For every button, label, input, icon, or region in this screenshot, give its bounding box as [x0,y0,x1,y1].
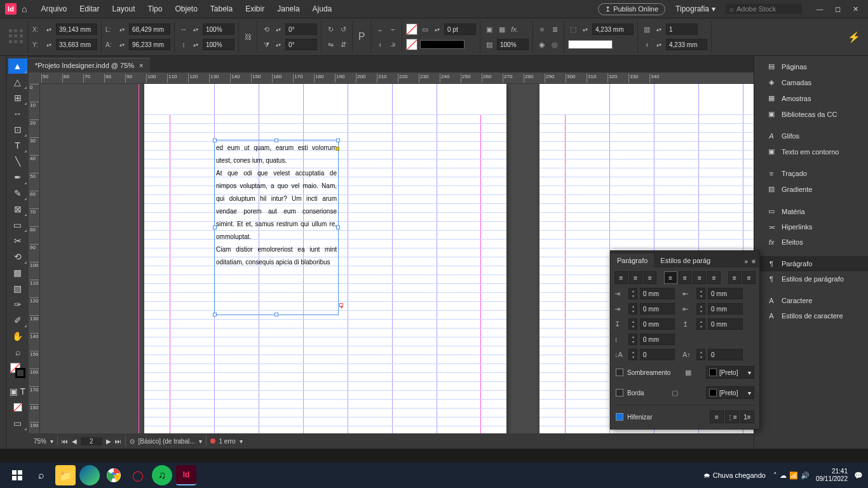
weather-text[interactable]: Chuva chegando [713,471,766,479]
notifications-icon[interactable]: 💬 [854,471,863,480]
panel-hiperlinks[interactable]: ⫘Hiperlinks [760,219,868,234]
stroke-style[interactable] [420,40,465,49]
panel-cc-libs[interactable]: ▣Bibliotecas da CC [760,106,868,122]
shear-field[interactable] [285,39,317,50]
align-icon[interactable]: ⫟ [388,24,398,34]
dropcap-chars-field[interactable]: 0 [708,349,743,360]
gradient-swatch-tool[interactable]: ▦ [8,265,27,280]
document-tab[interactable]: *Projeto Indesigner.indd @ 75% × [29,58,150,72]
stroke-weight-field[interactable] [444,24,476,35]
indent-left-field[interactable]: 0 mm [640,288,675,299]
panel-gradiente[interactable]: ▨Gradiente [760,181,868,197]
overset-indicator[interactable] [339,303,343,307]
align-left[interactable]: ≡ [614,271,628,284]
selection-tool[interactable]: ▲ [8,58,27,74]
dropcap-lines-field[interactable]: 0 [640,349,675,360]
clock[interactable]: 21:41 09/11/2022 [812,468,851,483]
left-dock-strip[interactable] [0,56,6,449]
volume-icon[interactable]: 🔊 [801,471,810,480]
fill-stroke-swap[interactable] [10,363,25,378]
panel-estilos-caractere[interactable]: AEstilos de caractere [760,308,868,323]
wifi-icon[interactable]: 📶 [789,471,798,480]
list-none[interactable]: ≡ [710,410,724,423]
justify-all[interactable]: ≡ [707,271,721,284]
panel-amostras[interactable]: ▦Amostras [760,90,868,106]
panel-efeitos[interactable]: fxEfeitos [760,234,868,250]
align-away-spine[interactable]: ≡ [742,271,756,284]
justify-left[interactable]: ≡ [664,271,677,284]
border-checkbox[interactable] [616,389,623,396]
panel-texto-contorno[interactable]: ▣Texto em contorno [760,144,868,159]
align-center[interactable]: ≡ [629,271,642,284]
menu-janela[interactable]: Janela [271,4,306,13]
panel-tracado[interactable]: ≡Traçado [760,166,868,181]
start-button[interactable] [5,463,29,487]
panel-paragrafo[interactable]: ¶Parágrafo [760,256,868,271]
panel-estilos-paragrafo[interactable]: ¶Estilos de parágrafo [760,271,868,287]
free-transform-tool[interactable]: ⟲ [8,249,27,264]
border-swatch-select[interactable]: [Preto]▾ [706,386,754,399]
tab-estilos-parag[interactable]: Estilos de parág [654,254,717,268]
quick-apply-icon[interactable]: ⚡ [849,32,859,42]
workspace-switcher[interactable]: Tipografia ▾ [670,4,721,13]
content-collector-tool[interactable]: ⊡ [8,122,27,137]
link-icon[interactable]: ⛓ [243,32,253,42]
fx-icon[interactable]: fx. [510,24,520,34]
onedrive-icon[interactable]: ☁ [780,471,787,480]
apply-color[interactable] [8,400,27,415]
wrap-icon[interactable]: ▣ [484,24,494,34]
note-tool[interactable]: ✑ [8,297,27,312]
direct-selection-tool[interactable]: △ [8,74,27,90]
space-after-field[interactable]: 0 mm [708,318,743,330]
first-line-field[interactable]: 0 mm [640,303,675,315]
fill-swatch[interactable] [406,24,417,35]
last-line-field[interactable]: 0 mm [708,303,743,315]
indent-right-field[interactable]: 0 mm [708,288,743,299]
cols-field[interactable] [666,24,698,35]
hand-tool[interactable]: ✋ [8,329,27,344]
search-icon[interactable]: ⌕ [29,463,53,487]
publish-online-button[interactable]: ↥ Publish Online [598,3,665,15]
align-icon[interactable]: ⫠ [375,24,385,34]
fit-icon[interactable]: ⬚ [568,24,578,34]
paragraph-panel[interactable]: Parágrafo Estilos de parág » ≡ ≡ ≡ ≡ ≡ ≡… [610,250,760,430]
type-tool[interactable]: T [8,138,27,153]
border-icon[interactable]: ▢ [670,388,680,398]
collapse-icon[interactable]: » [745,258,749,265]
w-field[interactable] [129,24,170,35]
shading-swatch-select[interactable]: [Preto]▾ [706,366,754,379]
text-frame[interactable]: ed eum ut quam, earum esti volorrum utes… [214,140,339,315]
panel-materia[interactable]: ▭Matéria [760,203,868,219]
panel-menu-icon[interactable]: ≡ [752,258,756,265]
align-toward-spine[interactable]: ≡ [728,271,742,284]
align-icon[interactable]: ⫞ [375,39,385,50]
wrap-icon[interactable]: ▦ [497,24,507,34]
menu-tipo[interactable]: Tipo [142,4,169,13]
h-field[interactable] [129,39,170,50]
open-icon[interactable]: ⊙ [130,438,135,445]
zoom-level[interactable]: 75% [34,438,46,445]
align-icon[interactable]: ⫡ [388,39,398,50]
tab-paragrafo[interactable]: Parágrafo [611,254,654,268]
minimize-button[interactable]: — [812,3,827,15]
screen-mode[interactable]: ▭ [8,416,27,431]
scale-x-field[interactable] [203,24,234,35]
explorer-app[interactable]: 📁 [55,465,76,485]
line-tool[interactable]: ╲ [8,154,27,169]
tray-chevron-icon[interactable]: ˄ [773,471,777,480]
hyphenate-checkbox[interactable] [616,413,623,421]
space-before-field[interactable]: 0 mm [640,318,675,330]
rotate-field[interactable] [285,24,317,35]
panel-camadas[interactable]: ◈Camadas [760,74,868,90]
reference-point[interactable] [9,29,24,44]
first-page-icon[interactable]: ⏮ [62,438,68,445]
panel-paginas[interactable]: ▤Páginas [760,58,868,74]
textwrap-icon[interactable]: ≣ [550,24,560,34]
flip-h-icon[interactable]: ⇋ [325,39,336,50]
shading-checkbox[interactable] [616,369,623,376]
last-page-icon[interactable]: ⏭ [115,438,121,445]
align-right[interactable]: ≡ [644,271,657,284]
chevron-down-icon[interactable]: ▾ [240,438,243,445]
menu-layout[interactable]: Layout [106,4,142,13]
panel-glifos[interactable]: AGlifos [760,128,868,144]
